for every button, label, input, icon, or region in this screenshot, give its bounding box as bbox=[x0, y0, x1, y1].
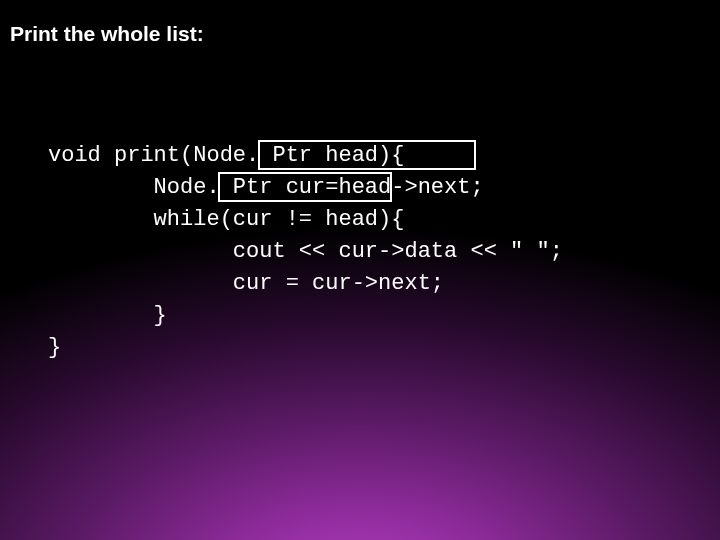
code-line-5: cur = cur->next; bbox=[48, 271, 444, 296]
code-block: void print(Node. Ptr head){ Node. Ptr cu… bbox=[48, 108, 563, 364]
code-line-6: } bbox=[48, 303, 167, 328]
code-line-3: while(cur != head){ bbox=[48, 207, 404, 232]
slide-title: Print the whole list: bbox=[10, 22, 204, 46]
code-line-2: Node. Ptr cur=head->next; bbox=[48, 175, 484, 200]
code-line-1: void print(Node. Ptr head){ bbox=[48, 143, 404, 168]
code-line-4: cout << cur->data << " "; bbox=[48, 239, 563, 264]
slide: Print the whole list: void print(Node. P… bbox=[0, 0, 720, 540]
code-line-7: } bbox=[48, 335, 61, 360]
